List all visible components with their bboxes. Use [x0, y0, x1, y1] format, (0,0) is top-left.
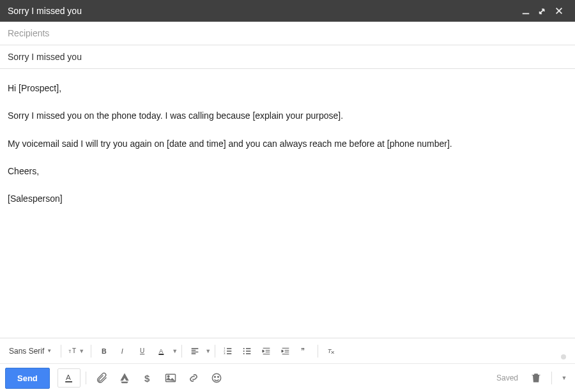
minimize-icon[interactable] [518, 6, 534, 15]
message-body[interactable]: Hi [Prospect], Sorry I missed you on the… [0, 69, 575, 338]
recipients-field[interactable]: Recipients [0, 22, 575, 45]
body-line: [Salesperson] [8, 192, 567, 205]
remove-formatting-button[interactable]: T [322, 342, 340, 360]
chevron-down-icon: ▼ [562, 375, 567, 381]
divider [215, 345, 215, 358]
close-icon[interactable] [551, 6, 567, 15]
svg-text:”: ” [301, 347, 305, 356]
underline-button[interactable]: U [134, 342, 151, 360]
discard-draft-icon[interactable] [526, 368, 546, 388]
more-options-icon[interactable]: ▼ [557, 368, 570, 388]
divider [61, 345, 61, 358]
svg-point-13 [243, 353, 245, 354]
font-size-button[interactable]: TT ▼ [65, 342, 87, 360]
send-button[interactable]: Send [5, 368, 50, 389]
svg-text:A: A [66, 373, 71, 381]
bottom-toolbar: Send A $ Saved ▼ [0, 363, 575, 392]
svg-text:I: I [121, 347, 123, 355]
svg-text:U: U [140, 347, 144, 354]
numbered-list-button[interactable]: 123 [219, 342, 237, 360]
svg-text:T: T [69, 349, 72, 353]
divider [181, 345, 182, 358]
indent-less-button[interactable] [257, 342, 275, 360]
insert-money-icon[interactable]: $ [137, 368, 158, 388]
insert-link-icon[interactable] [183, 368, 204, 388]
body-line: Sorry I missed you on the phone today. I… [8, 109, 567, 122]
svg-rect-17 [65, 381, 72, 382]
svg-text:T: T [72, 346, 77, 354]
chevron-down-icon: ▼ [79, 348, 84, 354]
divider [86, 372, 86, 384]
svg-text:$: $ [144, 373, 150, 384]
svg-rect-0 [523, 13, 530, 15]
popout-icon[interactable] [534, 6, 551, 15]
svg-point-20 [167, 375, 169, 377]
svg-point-23 [217, 377, 218, 378]
divider [318, 345, 318, 358]
indent-more-button[interactable] [277, 342, 295, 360]
svg-rect-7 [159, 354, 164, 355]
subject-field[interactable]: Sorry I missed you [0, 45, 575, 69]
svg-text:3: 3 [224, 352, 226, 355]
svg-point-12 [243, 351, 245, 352]
svg-point-11 [243, 348, 245, 349]
bulleted-list-button[interactable] [238, 342, 256, 360]
svg-point-22 [214, 377, 215, 378]
svg-text:A: A [159, 347, 164, 354]
font-family-select[interactable]: Sans Serif ▼ [4, 343, 57, 359]
chevron-down-icon[interactable]: ▼ [172, 348, 178, 354]
insert-photo-icon[interactable] [160, 368, 181, 388]
compose-window: Sorry I missed you Recipients Sorry I mi… [0, 0, 575, 392]
text-color-button[interactable]: A [153, 342, 171, 360]
window-title: Sorry I missed you [8, 6, 518, 16]
font-family-label: Sans Serif [9, 347, 44, 356]
formatting-options-button[interactable]: A [57, 368, 80, 388]
insert-emoji-icon[interactable] [206, 368, 227, 388]
chevron-down-icon[interactable]: ▼ [205, 348, 211, 354]
divider [551, 372, 552, 384]
bold-button[interactable]: B [95, 342, 113, 360]
body-line: Hi [Prospect], [8, 82, 567, 94]
body-line: Cheers, [8, 165, 567, 177]
align-button[interactable] [186, 342, 204, 360]
attach-file-icon[interactable] [91, 368, 112, 388]
body-line: My voicemail said I will try you again o… [8, 137, 567, 150]
saved-label: Saved [496, 373, 518, 382]
titlebar: Sorry I missed you [0, 0, 575, 22]
chevron-down-icon: ▼ [47, 348, 52, 354]
italic-button[interactable]: I [114, 342, 132, 360]
svg-text:B: B [102, 347, 107, 355]
quote-button[interactable]: ” [296, 342, 314, 360]
divider [91, 345, 91, 358]
insert-drive-icon[interactable] [114, 368, 135, 388]
format-toolbar: Sans Serif ▼ TT ▼ B I U A ▼ ▼ [0, 338, 575, 363]
